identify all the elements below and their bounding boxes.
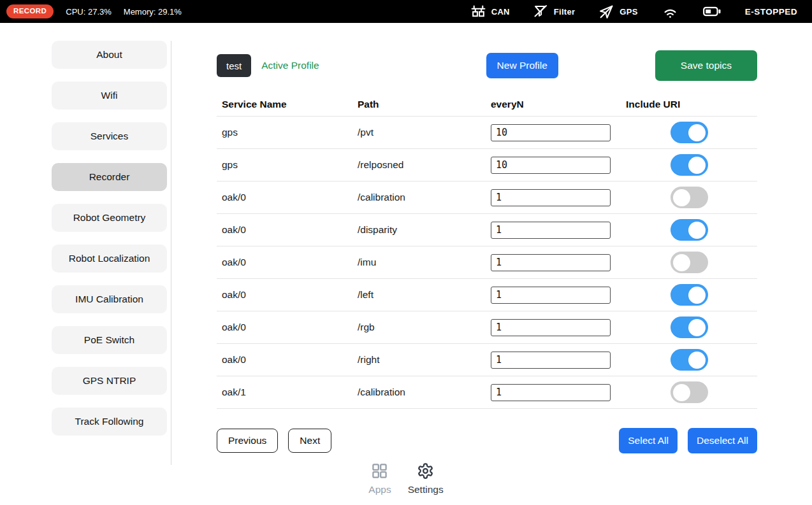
sidebar-nav: AboutWifiServicesRecorderRobot GeometryR… xyxy=(0,41,171,465)
toggle-knob xyxy=(673,189,690,206)
include-uri-toggle[interactable] xyxy=(671,252,708,273)
sidebar-item-track-following[interactable]: Track Following xyxy=(52,408,167,436)
deselect-all-button[interactable]: Deselect All xyxy=(688,428,757,453)
sidebar-item-wifi[interactable]: Wifi xyxy=(52,82,167,110)
toggle-knob xyxy=(688,287,706,304)
include-uri-toggle[interactable] xyxy=(671,187,708,208)
service-name-cell: oak/0 xyxy=(217,192,352,203)
sidebar-item-poe-switch[interactable]: PoE Switch xyxy=(52,326,167,354)
gps-navigation-icon xyxy=(598,4,614,20)
select-all-button[interactable]: Select All xyxy=(619,428,678,453)
can-label: CAN xyxy=(491,7,510,17)
path-cell: /left xyxy=(352,289,486,301)
record-badge[interactable]: RECORD xyxy=(6,4,54,18)
sidebar: AboutWifiServicesRecorderRobot GeometryR… xyxy=(0,23,171,505)
settings-gear-icon xyxy=(417,462,434,482)
cpu-usage: CPU: 27.3% xyxy=(66,7,112,17)
path-cell: /pvt xyxy=(352,127,486,138)
topics-table: Service Name Path everyN Include URI gps… xyxy=(217,92,757,409)
save-topics-button[interactable]: Save topics xyxy=(655,50,757,81)
path-cell: /relposned xyxy=(352,159,486,171)
include-uri-toggle[interactable] xyxy=(671,122,708,143)
everyn-input[interactable] xyxy=(491,189,611,206)
everyn-input[interactable] xyxy=(491,222,611,239)
table-row: oak/1 /calibration xyxy=(217,376,757,409)
new-profile-button[interactable]: New Profile xyxy=(486,53,558,78)
apps-nav-item[interactable]: Apps xyxy=(368,462,391,495)
everyn-input[interactable] xyxy=(491,287,611,304)
everyn-input[interactable] xyxy=(491,352,611,369)
sidebar-item-services[interactable]: Services xyxy=(52,122,167,150)
active-profile-label: Active Profile xyxy=(261,60,319,71)
everyn-input[interactable] xyxy=(491,157,611,174)
service-name-cell: oak/0 xyxy=(217,289,352,301)
service-name-cell: oak/0 xyxy=(217,354,352,366)
service-name-cell: oak/1 xyxy=(217,387,352,398)
everyn-input[interactable] xyxy=(491,319,611,336)
table-row: gps /relposned xyxy=(217,149,757,181)
settings-nav-item[interactable]: Settings xyxy=(408,462,444,495)
path-cell: /rgb xyxy=(352,322,486,333)
everyn-input[interactable] xyxy=(491,254,611,271)
header-service-name: Service Name xyxy=(217,99,352,110)
main-content: test Active Profile New Profile Save top… xyxy=(171,23,812,505)
everyn-input[interactable] xyxy=(491,384,611,401)
sidebar-item-about[interactable]: About xyxy=(52,41,167,69)
toggle-knob xyxy=(673,254,690,271)
sidebar-item-robot-localization[interactable]: Robot Localization xyxy=(52,245,167,273)
previous-button[interactable]: Previous xyxy=(217,429,278,453)
sidebar-item-gps-ntrip[interactable]: GPS NTRIP xyxy=(52,367,167,395)
header-include-uri: Include URI xyxy=(621,99,757,110)
memory-usage: Memory: 29.1% xyxy=(124,7,182,17)
service-name-cell: gps xyxy=(217,159,352,171)
path-cell: /right xyxy=(352,354,486,366)
pagination-row: Previous Next Select All Deselect All xyxy=(217,428,757,453)
path-cell: /calibration xyxy=(352,192,486,203)
everyn-input[interactable] xyxy=(491,124,611,141)
table-header-row: Service Name Path everyN Include URI xyxy=(217,92,757,117)
footer-nav: Apps Settings xyxy=(0,462,812,495)
sidebar-item-recorder[interactable]: Recorder xyxy=(52,163,167,191)
path-cell: /calibration xyxy=(352,387,486,398)
table-row: gps /pvt xyxy=(217,117,757,149)
profile-name-chip[interactable]: test xyxy=(217,54,251,77)
gps-label: GPS xyxy=(620,7,637,17)
include-uri-toggle[interactable] xyxy=(671,349,708,371)
include-uri-toggle[interactable] xyxy=(671,154,708,176)
next-button[interactable]: Next xyxy=(288,429,331,453)
filter-status[interactable]: Filter xyxy=(533,4,576,19)
top-status-bar: RECORD CPU: 27.3% Memory: 29.1% CAN Filt… xyxy=(0,0,812,23)
apps-label: Apps xyxy=(368,484,391,495)
toggle-knob xyxy=(688,352,706,369)
header-everyn: everyN xyxy=(486,99,621,110)
can-bus-icon xyxy=(470,4,486,20)
topics-table-body: gps /pvt gps /relposned oak/0 /calibrati… xyxy=(217,117,757,409)
table-row: oak/0 /right xyxy=(217,344,757,376)
path-cell: /disparity xyxy=(352,224,486,236)
estop-status: E-STOPPED xyxy=(745,7,797,17)
sidebar-item-imu-calibration[interactable]: IMU Calibration xyxy=(52,285,167,313)
can-status[interactable]: CAN xyxy=(470,4,510,20)
profile-bar: test Active Profile New Profile Save top… xyxy=(217,50,757,81)
service-name-cell: oak/0 xyxy=(217,224,352,236)
toggle-knob xyxy=(688,222,706,239)
settings-label: Settings xyxy=(408,484,444,495)
toggle-knob xyxy=(673,384,690,401)
filter-label: Filter xyxy=(554,7,576,17)
toggle-knob xyxy=(688,319,706,336)
toggle-knob xyxy=(688,157,706,174)
service-name-cell: oak/0 xyxy=(217,257,352,268)
apps-grid-icon xyxy=(371,462,388,482)
include-uri-toggle[interactable] xyxy=(671,381,708,403)
toggle-knob xyxy=(688,124,706,141)
path-cell: /imu xyxy=(352,257,486,268)
include-uri-toggle[interactable] xyxy=(671,219,708,241)
include-uri-toggle[interactable] xyxy=(671,317,708,338)
sidebar-item-robot-geometry[interactable]: Robot Geometry xyxy=(52,204,167,232)
wifi-icon xyxy=(662,3,679,20)
table-row: oak/0 /calibration xyxy=(217,181,757,214)
table-row: oak/0 /disparity xyxy=(217,214,757,246)
include-uri-toggle[interactable] xyxy=(671,284,708,306)
gps-status[interactable]: GPS xyxy=(598,4,637,20)
filter-off-icon xyxy=(533,4,549,19)
